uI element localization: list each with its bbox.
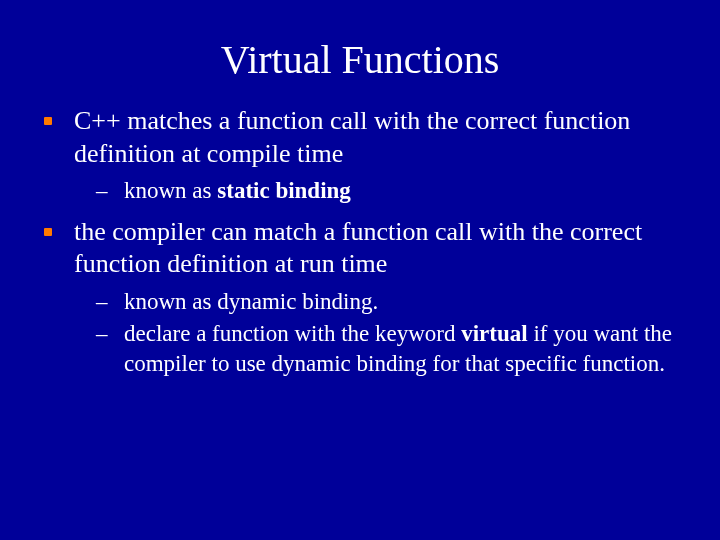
sub-bullet-item: known as static binding (92, 176, 682, 206)
sub-bullet-text-bold: virtual (461, 321, 527, 346)
slide: Virtual Functions C++ matches a function… (0, 0, 720, 540)
bullet-text: the compiler can match a function call w… (74, 217, 642, 279)
sub-bullet-text-bold: static binding (217, 178, 351, 203)
bullet-item: C++ matches a function call with the cor… (38, 105, 682, 206)
bullet-text: C++ matches a function call with the cor… (74, 106, 630, 168)
sub-bullet-item: declare a function with the keyword virt… (92, 319, 682, 379)
sub-bullet-text-pre: known as dynamic binding. (124, 289, 378, 314)
sub-bullet-text-pre: declare a function with the keyword (124, 321, 461, 346)
sub-bullet-text-pre: known as (124, 178, 217, 203)
sub-bullet-item: known as dynamic binding. (92, 287, 682, 317)
bullet-item: the compiler can match a function call w… (38, 216, 682, 379)
slide-title: Virtual Functions (38, 36, 682, 83)
sub-bullet-list: known as static binding (74, 176, 682, 206)
bullet-list: C++ matches a function call with the cor… (38, 105, 682, 379)
sub-bullet-list: known as dynamic binding. declare a func… (74, 287, 682, 379)
